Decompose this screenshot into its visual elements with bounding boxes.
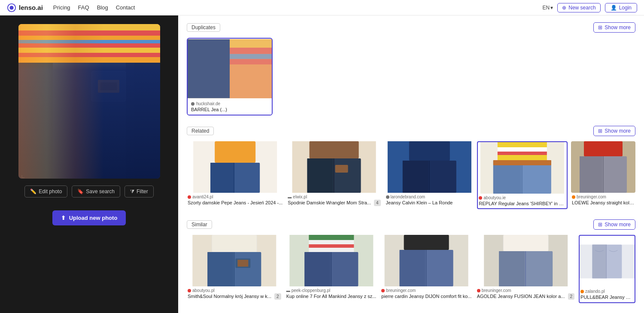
duplicates-tag: Duplicates <box>187 23 220 32</box>
nav-faq[interactable]: FAQ <box>78 4 89 11</box>
related-card-4[interactable]: breuninger.com LOEWE Jeansy straight kol… <box>571 141 635 209</box>
similar-info-1: ▬ peek-cloppenburg.pl Kup online 7 For A… <box>286 286 377 301</box>
svg-rect-12 <box>18 63 160 179</box>
related-info-3: aboutyou.ie REPLAY Regular Jeans 'SHIRBE… <box>478 194 567 208</box>
right-panel: Duplicates ⊞ Show more <box>178 15 644 313</box>
related-title-2: Jeansy Calvin Klein – La Ronde <box>386 200 473 206</box>
login-button[interactable]: 👤 Login <box>605 3 637 12</box>
similar-image-4 <box>580 236 635 287</box>
nav-links: Pricing FAQ Blog Contact <box>53 4 135 11</box>
svg-rect-62 <box>207 252 233 286</box>
grid-icon-similar: ⊞ <box>598 222 602 228</box>
nav-pricing[interactable]: Pricing <box>53 4 70 11</box>
related-image-2 <box>385 141 474 193</box>
related-info-4: breuninger.com LOEWE Jeansy straight kol… <box>571 193 635 208</box>
grid-icon-related: ⊞ <box>598 128 602 134</box>
nav-contact[interactable]: Contact <box>116 4 135 11</box>
svg-rect-14 <box>91 71 126 101</box>
svg-rect-9 <box>18 53 160 57</box>
source-dot-1: ▬ <box>288 195 292 199</box>
similar-source-4: zalando.pl <box>580 289 634 294</box>
duplicates-show-more[interactable]: ⊞ Show more <box>593 22 635 33</box>
svg-rect-3 <box>18 24 160 30</box>
related-title-0: Szorty damskie Pepe Jeans - Jesień 2024 … <box>188 200 283 206</box>
duplicate-card-0[interactable]: huckshair.de BARREL Jea (...) <box>187 38 273 115</box>
upload-new-photo-button[interactable]: ⬆ Upload new photo <box>52 210 126 225</box>
svg-rect-11 <box>18 63 160 179</box>
similar-title-4: PULL&BEAR Jeansy Straight Leg/szaronie..… <box>580 294 634 300</box>
svg-rect-38 <box>335 165 348 173</box>
similar-badge-3: 2 <box>568 293 575 300</box>
photo-container <box>18 24 160 179</box>
similar-source-1: ▬ peek-cloppenburg.pl <box>286 288 377 293</box>
related-title-1: Spodnie Damskie Wrangler Mom Stra... 4 <box>288 200 380 206</box>
new-search-button[interactable]: ⊕ New search <box>557 3 600 12</box>
svg-rect-34 <box>310 141 359 158</box>
similar-dot-0 <box>188 289 191 292</box>
language-selector[interactable]: EN ▾ <box>543 5 553 11</box>
related-show-more[interactable]: ⊞ Show more <box>593 126 635 136</box>
related-source-2: larondebrand.com <box>386 194 473 199</box>
similar-dot-4 <box>580 290 584 293</box>
related-card-3[interactable]: aboutyou.ie REPLAY Regular Jeans 'SHIRBE… <box>477 141 568 209</box>
similar-dot-1: ▬ <box>286 289 290 293</box>
svg-rect-10 <box>18 57 160 63</box>
similar-card-4[interactable]: zalando.pl PULL&BEAR Jeansy Straight Leg… <box>579 235 635 303</box>
similar-info-2: breuninger.com pierre cardin Jeansy DIJO… <box>380 286 472 301</box>
svg-rect-55 <box>584 141 623 156</box>
similar-card-3[interactable]: breuninger.com AGOLDE Jeansy FUSION JEAN… <box>476 235 575 303</box>
svg-rect-68 <box>309 240 354 244</box>
svg-rect-77 <box>400 250 425 286</box>
grid-icon: ⊞ <box>598 24 602 30</box>
source-dot-2 <box>386 195 389 199</box>
user-icon: 👤 <box>611 5 617 11</box>
similar-card-1[interactable]: ▬ peek-cloppenburg.pl Kup online 7 For A… <box>286 235 377 303</box>
nav-right: EN ▾ ⊕ New search 👤 Login <box>543 3 637 12</box>
similar-show-more[interactable]: ⊞ Show more <box>593 219 635 230</box>
similar-dot-2 <box>381 289 385 292</box>
search-icon: ⊕ <box>562 5 566 11</box>
svg-rect-67 <box>309 235 354 240</box>
action-buttons: ✏️ Edit photo 🔖 Save search ⧩ Filter <box>24 185 153 198</box>
similar-section: Similar ⊞ Show more <box>187 219 635 303</box>
similar-info-0: aboutyou.pl Smith&Soul Normalny krój Jea… <box>187 286 282 301</box>
left-panel: ✏️ Edit photo 🔖 Save search ⧩ Filter ⬆ U… <box>0 15 178 313</box>
nav-blog[interactable]: Blog <box>97 4 108 11</box>
filter-button[interactable]: ⧩ Filter <box>125 185 154 198</box>
svg-rect-47 <box>498 147 547 152</box>
bookmark-icon: 🔖 <box>77 188 84 194</box>
svg-rect-15 <box>98 80 119 93</box>
edit-photo-button[interactable]: ✏️ Edit photo <box>24 185 67 198</box>
similar-image-3 <box>476 235 575 286</box>
related-image-1 <box>287 141 381 193</box>
related-card-0[interactable]: avanti24.pl Szorty damskie Pepe Jeans - … <box>187 141 283 209</box>
similar-source-2: breuninger.com <box>381 288 471 293</box>
similar-title-2: pierre cardin Jeansy DIJON comfort fit k… <box>381 293 471 299</box>
svg-rect-44 <box>387 141 471 193</box>
save-search-button[interactable]: 🔖 Save search <box>72 185 120 198</box>
duplicate-image-0 <box>188 39 272 99</box>
related-image-0 <box>187 141 283 193</box>
svg-rect-70 <box>309 248 354 252</box>
svg-point-0 <box>9 6 13 9</box>
related-card-1[interactable]: ▬ elwix.pl Spodnie Damskie Wrangler Mom … <box>287 141 381 209</box>
related-grid: avanti24.pl Szorty damskie Pepe Jeans - … <box>187 141 635 209</box>
main-layout: ✏️ Edit photo 🔖 Save search ⧩ Filter ⬆ U… <box>0 15 644 313</box>
similar-info-3: breuninger.com AGOLDE Jeansy FUSION JEAN… <box>476 286 575 301</box>
related-source-0: avanti24.pl <box>188 194 283 199</box>
similar-card-2[interactable]: breuninger.com pierre cardin Jeansy DIJO… <box>380 235 472 303</box>
svg-rect-49 <box>498 155 547 160</box>
logo[interactable]: lenso.ai <box>7 3 43 12</box>
similar-badge-0: 2 <box>274 293 281 300</box>
related-card-2[interactable]: larondebrand.com Jeansy Calvin Klein – L… <box>385 141 474 209</box>
svg-rect-8 <box>18 48 160 53</box>
logo-text: lenso.ai <box>19 4 43 11</box>
similar-image-1 <box>286 235 377 286</box>
duplicate-source-0: huckshair.de <box>191 101 268 106</box>
similar-title-0: Smith&Soul Normalny krój Jeansy w k... 2 <box>188 293 281 300</box>
similar-card-0[interactable]: aboutyou.pl Smith&Soul Normalny krój Jea… <box>187 235 282 303</box>
svg-rect-75 <box>404 235 449 250</box>
similar-tag: Similar <box>187 220 212 229</box>
svg-rect-53 <box>493 160 551 165</box>
navbar: lenso.ai Pricing FAQ Blog Contact EN ▾ ⊕… <box>0 0 644 15</box>
